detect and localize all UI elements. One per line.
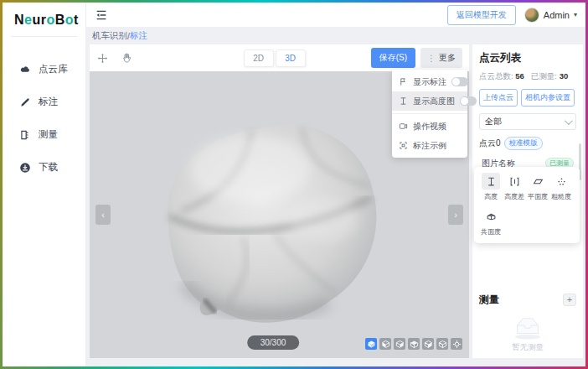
menu-item-tutorial-video[interactable]: 操作视频 — [392, 117, 467, 136]
more-dropdown-menu: 显示标注 显示高度图 操作视频 标注示例 — [392, 70, 467, 158]
sidebar-item-annotate[interactable]: 标注 — [3, 88, 85, 116]
measure-title: 测量 — [479, 293, 499, 307]
canvas-tools-right: 保存(S) ⋮更多 — [371, 48, 462, 68]
total-value: 56 — [515, 71, 524, 81]
cube-front-icon[interactable] — [379, 338, 391, 350]
filter-value: 全部 — [485, 116, 502, 127]
logo-letter-green: o — [65, 13, 74, 27]
chevron-down-icon: ▾ — [574, 11, 577, 18]
sidebar-item-label: 测量 — [39, 128, 58, 141]
move-tool-icon[interactable] — [96, 52, 109, 65]
content-area: 2D 3D 保存(S) ⋮更多 — [86, 44, 585, 366]
menu-item-show-annotation[interactable]: 显示标注 — [392, 72, 467, 91]
hand-tool-icon[interactable] — [121, 52, 133, 65]
logo-letter: ur — [32, 13, 46, 27]
empty-state: 暂无测量 — [472, 314, 583, 353]
app-window: NeuroBot 点云库 标注 测量 — [3, 3, 585, 366]
calibration-template-tag: 校准模版 — [504, 137, 543, 150]
logo-letter: t — [74, 13, 79, 27]
panel-stats: 点云总数: 56 已测量: 30 — [479, 71, 576, 82]
sidebar-item-measure[interactable]: 测量 — [3, 121, 85, 148]
vertical-dots-icon: ⋮ — [427, 54, 436, 63]
tool-roughness[interactable]: 粗糙度 — [549, 173, 573, 201]
menu-item-annotation-example[interactable]: 标注示例 — [392, 136, 467, 155]
sidebar-item-label: 点云库 — [39, 63, 68, 75]
tool-coplanarity[interactable]: 共面度 — [479, 208, 503, 236]
top-bar: 返回模型开发 Admin ▾ — [86, 3, 585, 28]
measured-value: 30 — [560, 71, 569, 81]
tool-grid: 高度 高度差 平面度 粗糙度 — [479, 173, 575, 236]
canvas-tools-left — [96, 52, 133, 65]
user-name: Admin — [544, 10, 570, 20]
chevron-down-icon — [565, 117, 573, 125]
tool-label: 高度 — [484, 192, 498, 201]
show-annotation-toggle[interactable] — [451, 77, 468, 86]
measured-label: 已测量: — [531, 71, 557, 81]
flatness-icon — [529, 173, 547, 190]
mode-3d-button[interactable]: 3D — [276, 49, 306, 67]
user-menu[interactable]: Admin ▾ — [524, 8, 577, 23]
sidebar-item-label: 下载 — [39, 161, 58, 174]
more-button[interactable]: ⋮更多 — [420, 48, 462, 68]
add-measure-button[interactable]: + — [563, 294, 576, 306]
example-icon — [399, 141, 408, 150]
tooth-3d-model — [124, 91, 417, 343]
menu-item-show-heightmap[interactable]: 显示高度图 — [392, 91, 467, 111]
pointcloud-name: 点云0 — [479, 138, 501, 149]
ruler-icon — [19, 129, 31, 141]
menu-divider — [392, 113, 467, 114]
sidebar-item-pointcloud-library[interactable]: 点云库 — [3, 55, 85, 83]
topbar-right: 返回模型开发 Admin ▾ — [447, 5, 577, 25]
tool-label: 共面度 — [481, 227, 501, 236]
filter-select[interactable]: 全部 — [479, 113, 576, 130]
upload-pointcloud-button[interactable]: 上传点云 — [479, 89, 518, 107]
empty-box-icon — [509, 314, 546, 340]
cloud-icon — [19, 64, 31, 75]
brand-logo: NeuroBot — [3, 3, 85, 36]
cube-top-icon[interactable] — [436, 338, 448, 350]
tool-height-diff[interactable]: 高度差 — [503, 173, 526, 201]
gradient-frame: NeuroBot 点云库 标注 测量 — [0, 0, 588, 369]
next-image-button[interactable]: › — [448, 205, 463, 225]
cube-back-icon[interactable] — [394, 338, 405, 350]
show-heightmap-toggle[interactable] — [460, 96, 477, 106]
prev-image-button[interactable]: ‹ — [95, 205, 111, 225]
canvas-toolbar: 2D 3D 保存(S) ⋮更多 — [90, 44, 469, 71]
height-icon — [482, 173, 500, 190]
menu-item-label: 操作视频 — [413, 121, 461, 133]
sidebar-item-download[interactable]: 下载 — [3, 153, 85, 181]
breadcrumb-parent[interactable]: 机车识别 — [92, 30, 127, 42]
camera-intrinsics-button[interactable]: 相机内参设置 — [521, 89, 575, 107]
cube-iso-icon[interactable] — [365, 338, 377, 350]
dimension-toggle: 2D 3D — [244, 49, 306, 67]
locate-icon[interactable] — [451, 338, 462, 350]
roughness-icon — [552, 173, 570, 190]
main-column: 返回模型开发 Admin ▾ 机车识别 / 标注 — [86, 3, 585, 366]
cube-right-icon[interactable] — [422, 338, 434, 350]
pointcloud-panel: 点云列表 点云总数: 56 已测量: 30 上传点云 相机内参设置 全部 点云0… — [472, 44, 583, 358]
breadcrumb-current: 标注 — [130, 30, 147, 42]
tool-height[interactable]: 高度 — [479, 173, 503, 201]
canvas-card: 2D 3D 保存(S) ⋮更多 — [90, 44, 469, 358]
measure-section-header: 测量 + — [479, 293, 576, 307]
breadcrumb: 机车识别 / 标注 — [86, 28, 585, 44]
height-diff-icon — [505, 173, 524, 190]
flag-icon — [399, 77, 408, 86]
logo-letter-green: o — [46, 13, 54, 27]
view-orientation-bar — [365, 338, 462, 350]
sidebar-menu: 点云库 标注 测量 下载 — [3, 55, 85, 181]
sidebar: NeuroBot 点云库 标注 测量 — [3, 3, 86, 366]
back-to-model-dev-button[interactable]: 返回模型开发 — [447, 5, 516, 25]
menu-item-label: 标注示例 — [413, 140, 461, 152]
mode-2d-button[interactable]: 2D — [244, 49, 274, 67]
sidebar-item-label: 标注 — [39, 96, 58, 108]
measured-stat: 已测量: 30 — [531, 71, 568, 82]
total-label: 点云总数: — [479, 71, 513, 81]
pointcloud-group-row[interactable]: 点云0 校准模版 — [479, 137, 576, 150]
cube-left-icon[interactable] — [408, 338, 420, 350]
coplanarity-icon — [482, 208, 500, 225]
tool-flatness[interactable]: 平面度 — [526, 173, 549, 201]
menu-item-label: 显示高度图 — [413, 96, 455, 107]
menu-fold-icon[interactable] — [95, 8, 108, 22]
save-button[interactable]: 保存(S) — [371, 48, 415, 68]
